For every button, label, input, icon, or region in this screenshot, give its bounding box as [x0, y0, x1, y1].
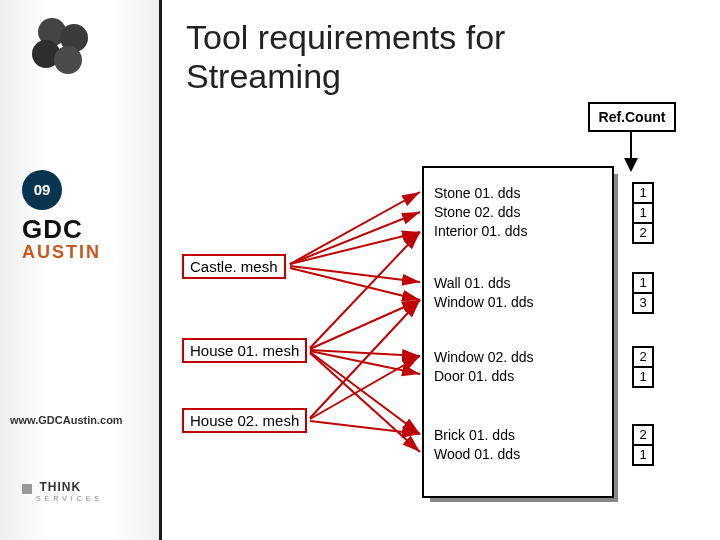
mesh-box-house02: House 02. mesh [182, 408, 307, 433]
texture-group-1: Wall 01. dds Window 01. dds [434, 274, 534, 312]
refcount-arrow-icon [624, 158, 638, 172]
texture-item: Stone 01. dds [434, 184, 527, 203]
texture-panel: Stone 01. dds Stone 02. dds Interior 01.… [422, 166, 614, 498]
refcount-label-box: Ref.Count [588, 102, 676, 132]
texture-item: Window 01. dds [434, 293, 534, 312]
mesh-box-house01: House 01. mesh [182, 338, 307, 363]
mesh-box-castle: Castle. mesh [182, 254, 286, 279]
texture-item: Window 02. dds [434, 348, 534, 367]
slide-root: 09 GDC AUSTIN www.GDCAustin.com THINK S … [0, 0, 720, 540]
refcount-value: 1 [632, 444, 654, 466]
texture-group-2: Window 02. dds Door 01. dds [434, 348, 534, 386]
title-line-1: Tool requirements for [186, 18, 505, 56]
texture-group-0: Stone 01. dds Stone 02. dds Interior 01.… [434, 184, 527, 241]
flower-logo-icon [30, 18, 94, 82]
refcount-arrow-line [630, 130, 632, 160]
texture-item: Interior 01. dds [434, 222, 527, 241]
title-line-2: Streaming [186, 57, 341, 95]
texture-item: Wood 01. dds [434, 445, 520, 464]
gdc-year-badge: 09 [22, 170, 62, 210]
texture-item: Brick 01. dds [434, 426, 520, 445]
texture-item: Wall 01. dds [434, 274, 534, 293]
refcount-value: 1 [632, 366, 654, 388]
refcount-value: 1 [632, 182, 654, 204]
refcount-value: 1 [632, 272, 654, 294]
refcount-value: 2 [632, 424, 654, 446]
gdc-austin-logo: 09 GDC AUSTIN [22, 170, 142, 270]
refcount-value: 3 [632, 292, 654, 314]
cube-icon [22, 484, 32, 494]
sidebar: 09 GDC AUSTIN www.GDCAustin.com THINK S … [0, 0, 162, 540]
gdc-city: AUSTIN [22, 242, 101, 263]
texture-item: Door 01. dds [434, 367, 534, 386]
page-title: Tool requirements for Streaming [186, 18, 505, 96]
refcount-value: 1 [632, 202, 654, 224]
think-services-logo: THINK S E R V I C E S [22, 480, 100, 502]
gdc-text: GDC [22, 214, 83, 245]
texture-item: Stone 02. dds [434, 203, 527, 222]
refcount-value: 2 [632, 222, 654, 244]
refcount-value: 2 [632, 346, 654, 368]
texture-group-3: Brick 01. dds Wood 01. dds [434, 426, 520, 464]
sidebar-url: www.GDCAustin.com [10, 414, 123, 426]
